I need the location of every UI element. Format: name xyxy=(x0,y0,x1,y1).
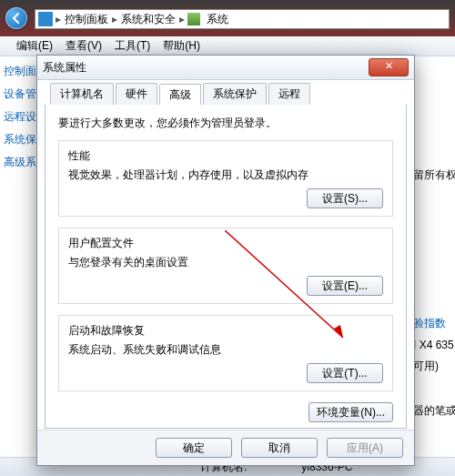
profiles-settings-button[interactable]: 设置(E)... xyxy=(307,276,383,296)
tab-advanced[interactable]: 高级 xyxy=(159,84,201,106)
menu-bar: 编辑(E) 查看(V) 工具(T) 帮助(H) xyxy=(0,36,455,56)
dialog-title: 系统属性 xyxy=(43,60,369,76)
chevron-right-icon: ▸ xyxy=(179,13,185,25)
menu-tools[interactable]: 工具(T) xyxy=(115,38,150,54)
close-button[interactable]: ✕ xyxy=(369,58,409,76)
tab-hardware[interactable]: 硬件 xyxy=(116,83,157,105)
info-fragment: I X4 635 xyxy=(411,335,455,355)
tab-strip: 计算机名 硬件 高级 系统保护 远程 xyxy=(45,83,407,106)
breadcrumb-item[interactable]: 系统 xyxy=(203,12,232,27)
group-user-profiles: 用户配置文件 与您登录有关的桌面设置 设置(E)... xyxy=(58,228,393,304)
folder-icon xyxy=(38,12,53,26)
tab-panel-advanced: 要进行大多数更改，您必须作为管理员登录。 性能 视觉效果，处理器计划，内存使用，… xyxy=(45,105,407,429)
group-desc: 与您登录有关的桌面设置 xyxy=(68,255,383,270)
arrow-left-icon xyxy=(10,12,23,25)
dialog-titlebar[interactable]: 系统属性 ✕ xyxy=(37,56,414,80)
ok-button[interactable]: 确定 xyxy=(156,438,232,458)
apply-button[interactable]: 应用(A) xyxy=(327,438,403,458)
info-fragment: 验指数 xyxy=(411,312,455,335)
info-fragment: 器的笔或 xyxy=(411,400,455,422)
group-title: 用户配置文件 xyxy=(68,236,383,251)
group-startup-recovery: 启动和故障恢复 系统启动、系统失败和调试信息 设置(T)... xyxy=(58,315,393,391)
dialog-footer: 确定 取消 应用(A) xyxy=(37,430,414,465)
group-desc: 系统启动、系统失败和调试信息 xyxy=(68,342,383,358)
breadcrumb-item[interactable]: 系统和安全 xyxy=(117,12,179,27)
close-icon: ✕ xyxy=(385,60,393,71)
cancel-button[interactable]: 取消 xyxy=(241,438,318,458)
address-bar[interactable]: ▸ 控制面板 ▸ 系统和安全 ▸ 系统 xyxy=(35,9,450,29)
tab-remote[interactable]: 远程 xyxy=(268,83,310,105)
info-fragment: 可用) xyxy=(411,355,455,378)
explorer-titlebar: ▸ 控制面板 ▸ 系统和安全 ▸ 系统 xyxy=(0,0,455,36)
info-fragment: 留所有权 xyxy=(411,164,455,187)
group-title: 性能 xyxy=(68,148,383,164)
menu-view[interactable]: 查看(V) xyxy=(66,38,102,54)
menu-edit[interactable]: 编辑(E) xyxy=(16,38,53,54)
system-properties-dialog: 系统属性 ✕ 计算机名 硬件 高级 系统保护 远程 要进行大多数更改，您必须作为… xyxy=(36,55,415,466)
system-icon xyxy=(187,13,200,25)
menu-help[interactable]: 帮助(H) xyxy=(163,38,200,54)
performance-settings-button[interactable]: 设置(S)... xyxy=(307,188,383,208)
group-performance: 性能 视觉效果，处理器计划，内存使用，以及虚拟内存 设置(S)... xyxy=(58,140,393,217)
tab-system-protection[interactable]: 系统保护 xyxy=(203,83,267,105)
startup-settings-button[interactable]: 设置(T)... xyxy=(307,363,383,383)
breadcrumb-item[interactable]: 控制面板 xyxy=(61,12,112,27)
right-info: 留所有权 验指数 I X4 635 可用) 器的笔或 xyxy=(411,56,455,476)
back-button[interactable] xyxy=(5,7,27,29)
group-title: 启动和故障恢复 xyxy=(68,323,383,339)
group-desc: 视觉效果，处理器计划，内存使用，以及虚拟内存 xyxy=(68,167,383,183)
admin-note: 要进行大多数更改，您必须作为管理员登录。 xyxy=(58,116,393,131)
tab-computer-name[interactable]: 计算机名 xyxy=(50,83,114,105)
environment-variables-button[interactable]: 环境变量(N)... xyxy=(308,402,393,422)
